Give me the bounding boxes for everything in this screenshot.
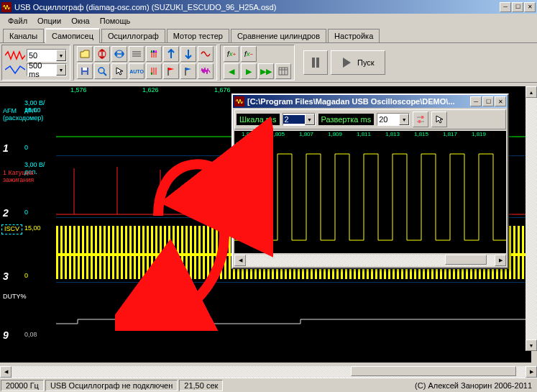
chevron-down-icon[interactable]: ▼ (305, 114, 315, 125)
zoom-button[interactable] (94, 63, 110, 79)
svg-rect-12 (316, 58, 319, 68)
chevron-down-icon[interactable]: ▼ (399, 114, 409, 125)
chevron-down-icon[interactable]: ▼ (56, 64, 66, 76)
ch2-name: 1 Катушка зажигания (1, 168, 35, 186)
tab-recorder[interactable]: Самописец (45, 28, 100, 43)
move-up-button[interactable] (163, 46, 179, 62)
menu-help[interactable]: Помощь (95, 15, 136, 27)
start-button[interactable]: Пуск (331, 50, 385, 75)
play-controls: Пуск (303, 45, 388, 81)
sine-button[interactable] (198, 46, 214, 62)
child-pointer-button[interactable] (431, 111, 447, 127)
tab-motortester[interactable]: Мотор тестер (167, 29, 229, 42)
ch4-number: 9 (3, 329, 9, 341)
start-label: Пуск (357, 58, 375, 67)
ch4-name: DUTY% (1, 292, 28, 302)
svg-rect-31 (421, 116, 423, 119)
multicolor-up-button[interactable] (146, 46, 162, 62)
svg-rect-11 (312, 58, 315, 68)
app-title: USB Осциллограф (diamag-osc.com) (SUZUKI… (14, 3, 500, 12)
scroll-right-button[interactable]: ▶ (525, 366, 537, 378)
tab-cylinders[interactable]: Сравнение цилиндров (231, 29, 326, 42)
child-maximize-button[interactable]: ☐ (482, 96, 494, 106)
fx-plus-button[interactable]: fx+ (224, 46, 239, 62)
ch3-name[interactable]: ISCV (1, 224, 22, 234)
scale-label: Шкала ms (237, 114, 280, 125)
pause-button[interactable] (303, 50, 328, 75)
play-small-button[interactable]: ▶ (241, 63, 257, 79)
child-plot[interactable]: 1,803 1,805 1,807 1,809 1,811 1,813 1,81… (234, 131, 506, 253)
amplitude-icon (5, 50, 25, 60)
grid-lines-button[interactable] (129, 46, 144, 62)
child-scroll-thumb[interactable] (445, 255, 487, 265)
move-down-button[interactable] (180, 46, 196, 62)
flag-blue-button[interactable] (180, 63, 196, 79)
menu-options[interactable]: Опции (32, 15, 66, 27)
auto-button[interactable]: AUTO (129, 63, 144, 79)
horizontal-scrollbar[interactable]: ◀ ▶ (0, 366, 537, 378)
amplitude-combo[interactable]: 50 ▼ (27, 49, 67, 62)
svg-rect-7 (279, 68, 288, 75)
scroll-thumb[interactable] (351, 366, 516, 376)
child-close-button[interactable]: ✕ (495, 96, 506, 106)
zoom-vertical-button[interactable] (94, 46, 110, 62)
tab-strip: Каналы Самописец Осциллограф Мотор тесте… (0, 27, 537, 43)
child-minimize-button[interactable]: ─ (470, 96, 482, 106)
child-scroll-right[interactable]: ▶ (495, 255, 506, 266)
prev-button[interactable]: ◀ (224, 63, 239, 79)
timebase-combo[interactable]: 500 ms ▼ (27, 63, 67, 76)
chevron-down-icon[interactable]: ▼ (56, 50, 66, 61)
tab-oscilloscope[interactable]: Осциллограф (101, 29, 165, 42)
status-bar: 20000 Гц USB Осциллограф не подключен 21… (0, 378, 537, 392)
open-button[interactable] (77, 46, 93, 62)
noise-button[interactable] (198, 63, 214, 79)
flag-red-button[interactable] (163, 63, 179, 79)
child-toolbar: Шкала ms 2 ▼ Развертка ms 20 ▼ (234, 109, 506, 129)
menu-file[interactable]: Файл (3, 15, 32, 27)
fx-minus-button[interactable]: fx− (241, 46, 257, 62)
maximize-button[interactable]: ☐ (512, 2, 523, 12)
sweep-label: Развертка ms (318, 114, 375, 125)
timebase-icon (5, 65, 25, 75)
minimize-button[interactable]: ─ (500, 2, 511, 12)
close-button[interactable]: ✕ (524, 2, 536, 12)
scale-combo[interactable]: 2 ▼ (283, 113, 316, 126)
vertical-scrollbar[interactable]: ▲ ▼ (525, 86, 537, 351)
scroll-left-button[interactable]: ◀ (0, 366, 12, 378)
zoom-horizontal-button[interactable] (111, 46, 127, 62)
child-window[interactable]: [C:\Program Files\Magadan USB Oscillosco… (231, 94, 509, 269)
ch3-number: 3 (3, 270, 9, 282)
pointer-button[interactable] (111, 63, 127, 79)
multicolor-down-button[interactable] (146, 63, 162, 79)
tab-channels[interactable]: Каналы (3, 29, 44, 42)
save-button[interactable] (77, 63, 93, 79)
title-bar: USB Осциллограф (diamag-osc.com) (SUZUKI… (0, 0, 537, 14)
tab-settings[interactable]: Настройка (328, 29, 380, 42)
sweep-combo[interactable]: 20 ▼ (377, 113, 410, 126)
menu-windows[interactable]: Окна (66, 15, 95, 27)
ch2-number: 2 (3, 207, 9, 219)
svg-rect-3 (83, 68, 87, 70)
calendar-button[interactable] (275, 63, 291, 79)
status-connection: USB Осциллограф не подключен (45, 380, 178, 391)
status-freq: 20000 Гц (1, 380, 44, 391)
svg-point-5 (98, 68, 104, 73)
next-button[interactable]: ▶▶ (258, 63, 274, 79)
menu-bar: Файл Опции Окна Помощь (0, 14, 537, 27)
svg-marker-13 (343, 58, 351, 68)
svg-rect-32 (418, 120, 421, 123)
toolbar: 50 ▼ 500 ms ▼ (0, 43, 537, 83)
child-title: [C:\Program Files\Magadan USB Oscillosco… (247, 97, 470, 106)
child-scroll-left[interactable]: ◀ (234, 255, 246, 266)
status-copyright: (C) Алексей Занорин 2006-2011 (410, 380, 536, 391)
svg-rect-4 (83, 72, 87, 75)
channel-labels: 3,00 В/дел. AFM (расходомер) 15,00 1 0 3… (0, 86, 56, 363)
status-time: 21,50 сек (179, 380, 223, 391)
child-app-icon (234, 96, 244, 106)
app-icon (1, 2, 12, 12)
ch1-number: 1 (3, 142, 9, 154)
svg-line-6 (104, 73, 106, 76)
child-slider-button[interactable] (413, 111, 428, 127)
